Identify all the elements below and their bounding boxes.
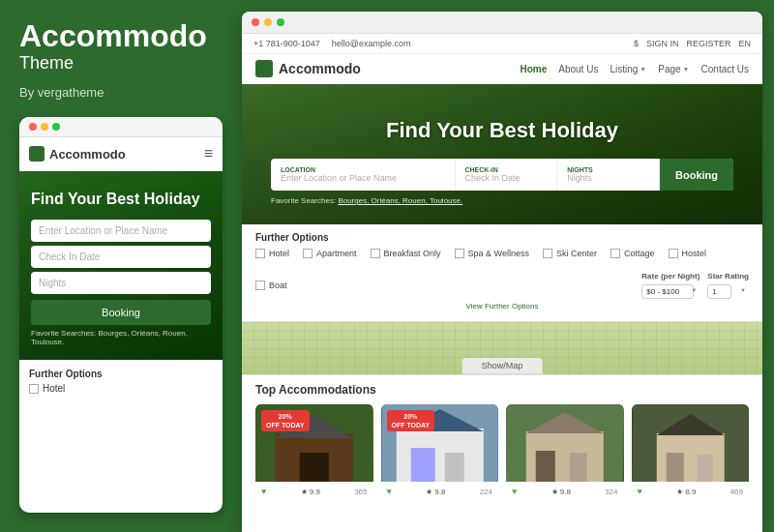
- site-logo: Accommodo: [255, 60, 361, 77]
- view-further-options[interactable]: View Further Options: [255, 299, 749, 313]
- hero-title: Find Your Best Holiday: [261, 118, 743, 143]
- breakfast-checkbox[interactable]: [371, 249, 380, 258]
- mobile-hero-section: Find Your Best Holiday Enter Location or…: [19, 171, 223, 360]
- site-hero: Find Your Best Holiday LOCATION Enter Lo…: [242, 84, 762, 224]
- topbar-signin[interactable]: SIGN IN: [646, 39, 679, 48]
- fav-searches: Favorite Searches: Bourges, Orléans, Rou…: [271, 196, 733, 205]
- nav-contact[interactable]: Contact Us: [701, 64, 749, 74]
- nav-listing[interactable]: Listing ▼: [610, 64, 646, 74]
- acc-rating-2: ★ 9.8: [426, 488, 445, 496]
- option-ski: Ski Center: [543, 249, 597, 258]
- heart-icon-2: ♥: [387, 487, 392, 496]
- app-title: Accommodo Theme: [19, 19, 223, 74]
- hostel-checkbox[interactable]: [669, 249, 678, 258]
- mobile-nights-input[interactable]: Nights: [31, 272, 211, 294]
- option-cottage: Cottage: [610, 249, 655, 258]
- acc-count-4: 469: [730, 488, 743, 496]
- site-topbar: +1 781-900-1047 hello@example.com $ SIGN…: [242, 34, 762, 54]
- checkin-value: Check In Date: [465, 173, 548, 183]
- nights-field[interactable]: NIGHTS Nights: [557, 159, 660, 191]
- nights-label: NIGHTS: [567, 166, 649, 173]
- star-select[interactable]: 1: [707, 284, 731, 299]
- topbar-currency[interactable]: $: [634, 39, 639, 48]
- left-panel: Accommodo Theme By vergatheme Accommodo …: [0, 0, 242, 532]
- mobile-location-input[interactable]: Enter Location or Place Name: [31, 220, 211, 242]
- mobile-checkin-input[interactable]: Check In Date: [31, 246, 211, 268]
- mobile-fav-searches: Favorite Searches: Bourges, Orléans, Rou…: [31, 329, 211, 346]
- svg-rect-7: [410, 448, 434, 482]
- star-group: Star Rating 1: [707, 272, 749, 299]
- mobile-navbar: Accommodo ≡: [19, 137, 223, 171]
- rate-select[interactable]: $0 - $100: [641, 284, 694, 299]
- nav-home[interactable]: Home: [520, 64, 547, 74]
- mobile-options-title: Further Options: [29, 369, 213, 379]
- top-accommodations-section: Top Accommodations 20%OFF TODAY ♥ ★ 9.9 …: [242, 375, 762, 532]
- option-hotel: Hotel: [255, 249, 289, 258]
- option-spa: Spa & Wellness: [455, 249, 529, 258]
- options-row: Hotel Apartment Breakfast Only Spa & Wel…: [255, 249, 749, 299]
- option-apartment: Apartment: [303, 249, 357, 258]
- spa-checkbox[interactable]: [455, 249, 464, 258]
- browser-dot-yellow: [264, 18, 272, 26]
- nav-about[interactable]: About Us: [558, 64, 598, 74]
- spa-label: Spa & Wellness: [468, 249, 529, 258]
- acc-count-2: 224: [480, 488, 492, 496]
- dot-yellow: [41, 123, 48, 131]
- hotel-label: Hotel: [269, 249, 289, 258]
- apartment-checkbox[interactable]: [303, 249, 313, 258]
- cottage-label: Cottage: [624, 249, 655, 258]
- acc-card-2-footer: ♥ ★ 9.8 224: [381, 482, 499, 501]
- acc-card-2-discount: 20%OFF TODAY: [387, 410, 435, 431]
- further-options-section: Further Options Hotel Apartment Breakfas…: [242, 224, 762, 322]
- rate-group: Rate (per Night) $0 - $100: [641, 272, 700, 299]
- svg-rect-5: [396, 429, 483, 482]
- booking-button[interactable]: Booking: [660, 159, 733, 191]
- boat-checkbox[interactable]: [255, 281, 265, 290]
- acc-card-1-footer: ♥ ★ 9.9 365: [255, 482, 373, 501]
- topbar-left: +1 781-900-1047 hello@example.com: [253, 39, 411, 48]
- nights-value: Nights: [567, 173, 649, 183]
- ski-label: Ski Center: [556, 249, 597, 258]
- mobile-hotel-checkbox[interactable]: [29, 384, 39, 394]
- heart-icon-4: ♥: [638, 487, 642, 496]
- show-map-button[interactable]: Show/Map: [462, 358, 543, 374]
- acc-count-3: 324: [605, 488, 617, 496]
- top-acc-title: Top Accommodations: [255, 383, 749, 397]
- boat-label: Boat: [269, 281, 287, 290]
- accommodations-grid: 20%OFF TODAY ♥ ★ 9.9 365: [255, 404, 749, 501]
- mobile-booking-button[interactable]: Booking: [31, 300, 211, 325]
- svg-rect-3: [300, 453, 329, 482]
- svg-rect-13: [570, 453, 587, 482]
- heart-icon-3: ♥: [512, 487, 517, 496]
- browser-dot-red: [252, 18, 259, 26]
- acc-rating-4: ★ 8.9: [676, 488, 696, 496]
- acc-card-4-footer: ♥ ★ 8.9 469: [632, 482, 750, 501]
- mobile-options-section: Further Options Hotel: [19, 360, 223, 401]
- browser-titlebar: [242, 12, 762, 34]
- author-text: By vergatheme: [19, 85, 223, 100]
- hotel-checkbox[interactable]: [255, 249, 265, 258]
- mobile-hamburger[interactable]: ≡: [204, 145, 213, 163]
- cottage-checkbox[interactable]: [610, 249, 620, 258]
- ski-checkbox[interactable]: [543, 249, 552, 258]
- topbar-language[interactable]: EN: [738, 39, 751, 48]
- svg-rect-18: [697, 455, 712, 482]
- topbar-email: hello@example.com: [332, 39, 411, 48]
- mobile-titlebar: [19, 117, 223, 137]
- star-select-wrapper: 1: [707, 281, 749, 299]
- checkin-field[interactable]: CHECK-IN Check In Date: [456, 159, 558, 191]
- further-options-title: Further Options: [255, 232, 749, 243]
- rate-label: Rate (per Night): [641, 272, 700, 281]
- site-logo-icon: [255, 60, 273, 77]
- mobile-hotel-label: Hotel: [43, 383, 65, 394]
- fav-items[interactable]: Bourges, Orléans, Rouen, Toulouse.: [338, 196, 462, 205]
- topbar-register[interactable]: REGISTER: [686, 39, 730, 48]
- topbar-phone: +1 781-900-1047: [253, 39, 320, 48]
- option-boat: Boat: [255, 281, 287, 290]
- mobile-hero-title: Find Your Best Holiday: [31, 191, 211, 208]
- acc-card-3-footer: ♥ ★ 9.8 324: [506, 482, 624, 501]
- svg-rect-12: [536, 451, 555, 482]
- nav-page[interactable]: Page ▼: [658, 64, 689, 74]
- subtitle-text: Theme: [19, 53, 223, 74]
- location-field[interactable]: LOCATION Enter Location or Place Name: [271, 159, 456, 191]
